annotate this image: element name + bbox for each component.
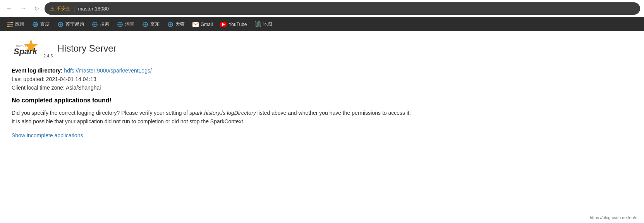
bookmark-tmall[interactable]: 天猫 [164,20,188,29]
no-apps-heading: No completed applications found! [12,97,632,104]
bookmark-apps[interactable]: 应用 [4,20,27,29]
svg-marker-24 [257,21,259,27]
back-button[interactable]: ← [4,3,15,14]
reload-button[interactable]: ↻ [32,3,41,14]
spark-header: APACHE Spark 2.4.5 History Server [12,39,632,58]
timezone-value: Asia/Shanghai [66,85,101,91]
address-bar[interactable]: ⚠ 不安全 | master:18080 [45,2,640,15]
bookmark-youtube[interactable]: YouTube [217,20,250,29]
event-log-url[interactable]: hdfs://master:9000/spark/eventLogs/ [64,67,151,74]
svg-text:Spark: Spark [14,47,38,56]
description-line2: It is also possible that your applicatio… [12,118,245,124]
suning-icon [57,21,64,28]
nav-bar: ← → ↻ ⚠ 不安全 | master:18080 [0,0,644,17]
url-text: master:18080 [78,6,109,12]
bookmark-jd-label: 京东 [150,21,160,28]
spark-version: 2.4.5 [43,54,53,58]
bookmark-jd[interactable]: 京东 [139,20,163,29]
search-bm-icon [92,21,98,28]
bookmark-tmall-label: 天猫 [175,21,185,28]
bookmark-baidu-label: 百度 [40,21,50,28]
youtube-icon [220,21,227,28]
bookmark-taobao[interactable]: 淘宝 [114,20,137,29]
taobao-icon [117,21,123,28]
page-title: History Server [57,43,116,54]
bottom-hint: https://blog.csdn.net/en/u... [590,215,641,217]
description-text: Did you specify the correct logging dire… [12,109,476,126]
spark-logo: APACHE Spark 2.4.5 [12,39,53,58]
grid-icon [7,21,13,28]
bookmark-suning-label: 苏宁易购 [65,21,84,28]
maps-icon [255,21,261,28]
jd-icon [142,21,148,28]
baidu-icon [32,21,38,28]
bookmark-maps[interactable]: 地图 [252,20,275,29]
security-text: 不安全 [57,5,70,12]
show-incomplete-link[interactable]: Show incomplete applications [12,132,83,138]
description-code: spark.history.fs.logDirectory [189,110,256,116]
bookmark-taobao-label: 淘宝 [125,21,134,28]
bookmark-search[interactable]: 搜索 [89,20,112,29]
browser-chrome: ← → ↻ ⚠ 不安全 | master:18080 [0,0,644,31]
bookmark-gmail-label: Gmail [201,22,213,27]
last-updated-label: Last updated: [12,76,46,82]
info-section: Event log directory: hdfs://master:9000/… [12,67,632,91]
description-part1: Did you specify the correct logging dire… [12,110,189,116]
last-updated-line: Last updated: 2021-04-01 14:04:13 [12,76,632,82]
bookmark-apps-label: 应用 [15,21,24,28]
spark-logo-svg: APACHE Spark [12,39,43,58]
security-warning: ⚠ 不安全 [50,5,70,12]
warning-icon: ⚠ [50,5,55,12]
description-part2: listed above and whether you have the pe… [256,110,411,116]
timezone-label: Client local time zone: [12,85,66,91]
timezone-line: Client local time zone: Asia/Shanghai [12,85,632,91]
bookmark-maps-label: 地图 [263,21,272,28]
gmail-icon [192,21,199,28]
event-log-label: Event log directory: [12,67,62,74]
page-content: APACHE Spark 2.4.5 History Server Event … [0,31,644,217]
bookmark-suning[interactable]: 苏宁易购 [54,20,87,29]
forward-button[interactable]: → [18,3,29,14]
tmall-icon [167,21,173,28]
bookmark-search-label: 搜索 [100,21,109,28]
bookmark-baidu[interactable]: 百度 [29,20,53,29]
bookmark-gmail[interactable]: Gmail [189,20,216,29]
last-updated-value: 2021-04-01 14:04:13 [46,76,96,82]
event-log-line: Event log directory: hdfs://master:9000/… [12,67,632,74]
bookmark-youtube-label: YouTube [228,22,247,27]
divider: | [74,6,75,12]
svg-marker-25 [259,21,261,27]
bookmarks-bar: 应用 百度 苏宁易购 [0,17,644,31]
